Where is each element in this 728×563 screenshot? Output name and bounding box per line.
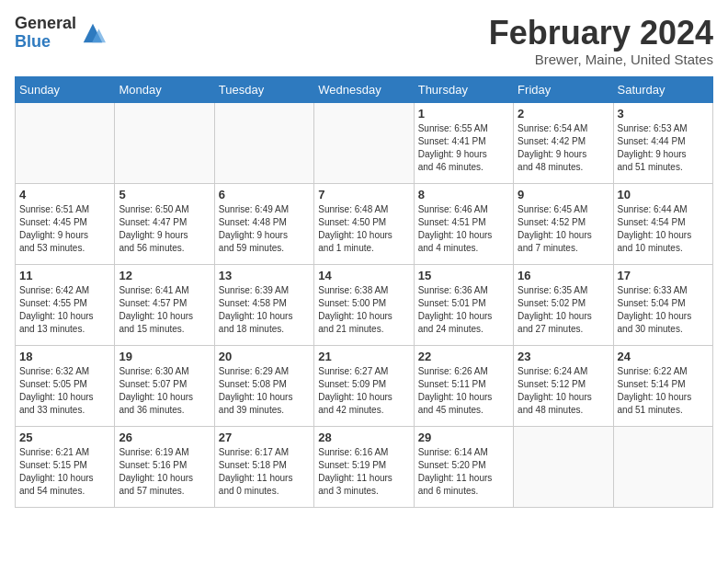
calendar-cell: 4Sunrise: 6:51 AMSunset: 4:45 PMDaylight…	[16, 183, 115, 264]
calendar-cell: 23Sunrise: 6:24 AMSunset: 5:12 PMDayligh…	[514, 345, 613, 426]
calendar-cell: 6Sunrise: 6:49 AMSunset: 4:48 PMDaylight…	[214, 183, 313, 264]
day-number: 26	[119, 431, 210, 444]
day-info: Sunrise: 6:24 AMSunset: 5:12 PMDaylight:…	[518, 365, 609, 417]
day-info: Sunrise: 6:26 AMSunset: 5:11 PMDaylight:…	[418, 365, 509, 417]
day-info: Sunrise: 6:21 AMSunset: 5:15 PMDaylight:…	[19, 446, 110, 498]
calendar-cell	[314, 102, 414, 183]
day-number: 12	[119, 269, 210, 282]
day-info: Sunrise: 6:50 AMSunset: 4:47 PMDaylight:…	[119, 203, 210, 255]
day-info: Sunrise: 6:22 AMSunset: 5:14 PMDaylight:…	[618, 365, 709, 417]
calendar-cell: 18Sunrise: 6:32 AMSunset: 5:05 PMDayligh…	[16, 345, 115, 426]
day-number: 15	[418, 269, 509, 282]
day-number: 4	[19, 188, 110, 201]
calendar-cell: 7Sunrise: 6:48 AMSunset: 4:50 PMDaylight…	[314, 183, 414, 264]
day-info: Sunrise: 6:17 AMSunset: 5:18 PMDaylight:…	[219, 446, 310, 498]
calendar-cell: 5Sunrise: 6:50 AMSunset: 4:47 PMDaylight…	[115, 183, 214, 264]
calendar-cell: 16Sunrise: 6:35 AMSunset: 5:02 PMDayligh…	[514, 264, 613, 345]
day-info: Sunrise: 6:36 AMSunset: 5:01 PMDaylight:…	[418, 284, 509, 336]
day-number: 23	[518, 350, 609, 363]
calendar-cell: 17Sunrise: 6:33 AMSunset: 5:04 PMDayligh…	[613, 264, 712, 345]
col-header-saturday: Saturday	[613, 76, 712, 102]
day-number: 19	[119, 350, 210, 363]
calendar-cell: 24Sunrise: 6:22 AMSunset: 5:14 PMDayligh…	[613, 345, 712, 426]
day-number: 21	[318, 350, 409, 363]
day-info: Sunrise: 6:33 AMSunset: 5:04 PMDaylight:…	[618, 284, 709, 336]
day-number: 24	[618, 350, 709, 363]
calendar-cell	[115, 102, 214, 183]
day-info: Sunrise: 6:29 AMSunset: 5:08 PMDaylight:…	[219, 365, 310, 417]
day-number: 20	[219, 350, 310, 363]
calendar-cell	[613, 426, 712, 507]
day-info: Sunrise: 6:32 AMSunset: 5:05 PMDaylight:…	[19, 365, 110, 417]
day-info: Sunrise: 6:30 AMSunset: 5:07 PMDaylight:…	[119, 365, 210, 417]
day-number: 25	[19, 431, 110, 444]
subtitle: Brewer, Maine, United States	[489, 52, 713, 67]
day-number: 3	[618, 107, 709, 121]
day-number: 16	[518, 269, 609, 282]
day-info: Sunrise: 6:44 AMSunset: 4:54 PMDaylight:…	[618, 203, 709, 255]
day-info: Sunrise: 6:19 AMSunset: 5:16 PMDaylight:…	[119, 446, 210, 498]
day-info: Sunrise: 6:39 AMSunset: 4:58 PMDaylight:…	[219, 284, 310, 336]
calendar-week-row: 11Sunrise: 6:42 AMSunset: 4:55 PMDayligh…	[16, 264, 713, 345]
calendar-cell: 28Sunrise: 6:16 AMSunset: 5:19 PMDayligh…	[314, 426, 414, 507]
calendar-cell: 20Sunrise: 6:29 AMSunset: 5:08 PMDayligh…	[214, 345, 313, 426]
calendar-cell: 26Sunrise: 6:19 AMSunset: 5:16 PMDayligh…	[115, 426, 214, 507]
calendar-cell: 29Sunrise: 6:14 AMSunset: 5:20 PMDayligh…	[414, 426, 513, 507]
col-header-wednesday: Wednesday	[314, 76, 414, 102]
day-info: Sunrise: 6:49 AMSunset: 4:48 PMDaylight:…	[219, 203, 310, 255]
day-number: 27	[219, 431, 310, 444]
day-number: 8	[418, 188, 509, 201]
calendar-cell: 19Sunrise: 6:30 AMSunset: 5:07 PMDayligh…	[115, 345, 214, 426]
logo-general: General	[15, 15, 76, 33]
day-info: Sunrise: 6:35 AMSunset: 5:02 PMDaylight:…	[518, 284, 609, 336]
calendar-cell: 15Sunrise: 6:36 AMSunset: 5:01 PMDayligh…	[414, 264, 513, 345]
calendar-cell: 3Sunrise: 6:53 AMSunset: 4:44 PMDaylight…	[613, 102, 712, 183]
day-info: Sunrise: 6:27 AMSunset: 5:09 PMDaylight:…	[318, 365, 409, 417]
calendar-header-row: SundayMondayTuesdayWednesdayThursdayFrid…	[16, 76, 713, 102]
calendar-cell	[214, 102, 313, 183]
main-title: February 2024	[489, 15, 713, 52]
day-info: Sunrise: 6:51 AMSunset: 4:45 PMDaylight:…	[19, 203, 110, 255]
calendar-cell: 2Sunrise: 6:54 AMSunset: 4:42 PMDaylight…	[514, 102, 613, 183]
day-info: Sunrise: 6:48 AMSunset: 4:50 PMDaylight:…	[318, 203, 409, 255]
logo-blue: Blue	[15, 33, 76, 52]
day-info: Sunrise: 6:42 AMSunset: 4:55 PMDaylight:…	[19, 284, 110, 336]
day-number: 10	[618, 188, 709, 201]
day-number: 7	[318, 188, 409, 201]
calendar-cell: 21Sunrise: 6:27 AMSunset: 5:09 PMDayligh…	[314, 345, 414, 426]
day-info: Sunrise: 6:46 AMSunset: 4:51 PMDaylight:…	[418, 203, 509, 255]
calendar-week-row: 4Sunrise: 6:51 AMSunset: 4:45 PMDaylight…	[16, 183, 713, 264]
calendar-cell: 14Sunrise: 6:38 AMSunset: 5:00 PMDayligh…	[314, 264, 414, 345]
calendar-cell: 9Sunrise: 6:45 AMSunset: 4:52 PMDaylight…	[514, 183, 613, 264]
col-header-friday: Friday	[514, 76, 613, 102]
page-header: General Blue February 2024 Brewer, Maine…	[15, 15, 713, 67]
day-info: Sunrise: 6:38 AMSunset: 5:00 PMDaylight:…	[318, 284, 409, 336]
col-header-sunday: Sunday	[16, 76, 115, 102]
day-number: 9	[518, 188, 609, 201]
calendar-cell: 22Sunrise: 6:26 AMSunset: 5:11 PMDayligh…	[414, 345, 513, 426]
calendar-table: SundayMondayTuesdayWednesdayThursdayFrid…	[15, 76, 713, 508]
day-info: Sunrise: 6:41 AMSunset: 4:57 PMDaylight:…	[119, 284, 210, 336]
calendar-cell: 1Sunrise: 6:55 AMSunset: 4:41 PMDaylight…	[414, 102, 513, 183]
calendar-cell: 27Sunrise: 6:17 AMSunset: 5:18 PMDayligh…	[214, 426, 313, 507]
day-number: 22	[418, 350, 509, 363]
logo-icon	[80, 20, 106, 46]
day-number: 2	[518, 107, 609, 121]
day-number: 17	[618, 269, 709, 282]
calendar-cell	[514, 426, 613, 507]
day-number: 6	[219, 188, 310, 201]
day-info: Sunrise: 6:55 AMSunset: 4:41 PMDaylight:…	[418, 122, 509, 174]
calendar-cell: 11Sunrise: 6:42 AMSunset: 4:55 PMDayligh…	[16, 264, 115, 345]
calendar-cell: 25Sunrise: 6:21 AMSunset: 5:15 PMDayligh…	[16, 426, 115, 507]
day-number: 28	[318, 431, 409, 444]
logo: General Blue	[15, 15, 106, 52]
day-number: 5	[119, 188, 210, 201]
calendar-cell: 10Sunrise: 6:44 AMSunset: 4:54 PMDayligh…	[613, 183, 712, 264]
day-info: Sunrise: 6:45 AMSunset: 4:52 PMDaylight:…	[518, 203, 609, 255]
day-info: Sunrise: 6:53 AMSunset: 4:44 PMDaylight:…	[618, 122, 709, 174]
col-header-monday: Monday	[115, 76, 214, 102]
title-block: February 2024 Brewer, Maine, United Stat…	[489, 15, 713, 67]
day-number: 13	[219, 269, 310, 282]
day-info: Sunrise: 6:54 AMSunset: 4:42 PMDaylight:…	[518, 122, 609, 174]
day-number: 1	[418, 107, 509, 121]
